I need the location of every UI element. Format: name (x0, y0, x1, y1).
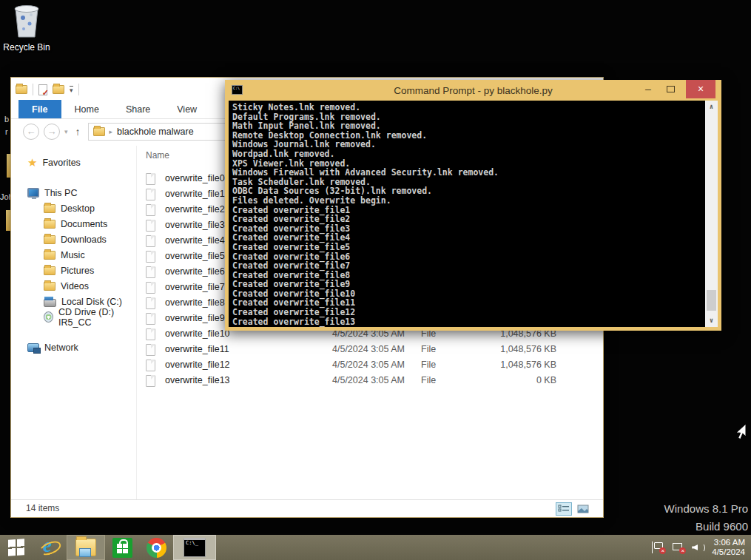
console-line: Wordpad.lnk removed. (232, 149, 701, 159)
file-row[interactable]: overwrite_file134/5/2024 3:05 AMFile0 KB (137, 373, 603, 388)
properties-icon[interactable] (38, 84, 47, 95)
file-icon (146, 328, 155, 340)
sidebar-item-label: CD Drive (D:) IR5_CC (58, 307, 136, 328)
forward-button[interactable]: → (44, 124, 60, 140)
tab-view[interactable]: View (164, 100, 210, 118)
console-line: Created overwrite_file9 (232, 280, 701, 289)
taskbar: C:\_ 3:06 AM 4/5/2024 (0, 535, 751, 560)
back-button[interactable]: ← (23, 124, 39, 140)
console-line: Files deleted. Overwrite begin. (232, 196, 701, 206)
address-folder-icon (93, 127, 105, 136)
sidebar-item-favorites[interactable]: ★Favorites (11, 155, 136, 170)
action-center-flag-icon[interactable] (652, 542, 664, 553)
scroll-up-icon[interactable]: ∧ (705, 101, 718, 113)
recycle-bin-label: Recycle Bin (3, 42, 50, 53)
computer-icon (27, 188, 39, 198)
taskbar-store[interactable] (105, 535, 139, 560)
maximize-icon (667, 86, 675, 92)
folder-icon (44, 282, 55, 291)
file-icon (146, 266, 155, 278)
file-icon (146, 251, 155, 263)
breadcrumb[interactable]: blackhole malware (117, 126, 194, 137)
sidebar-item-label: Downloads (61, 235, 107, 245)
file-row[interactable]: overwrite_file114/5/2024 3:05 AMFile1,04… (137, 342, 603, 357)
sidebar-item-label: Local Disk (C:) (61, 297, 122, 307)
file-name: overwrite_file12 (165, 360, 230, 370)
file-icon (146, 344, 155, 356)
close-button[interactable]: × (686, 80, 715, 98)
sidebar-item-downloads[interactable]: Downloads (11, 232, 136, 247)
new-folder-icon[interactable] (53, 85, 64, 94)
console-line: Created overwrite_file2 (232, 215, 701, 224)
partial-desktop-label: r (5, 127, 8, 136)
drive-icon (44, 299, 56, 307)
clock-date: 4/5/2024 (712, 547, 745, 557)
taskbar-command-prompt[interactable]: C:\_ (173, 535, 216, 560)
console-output: Sticky Notes.lnk removed.Default Program… (229, 101, 718, 327)
sidebar-item-this-pc[interactable]: This PC (11, 185, 136, 200)
command-prompt-titlebar[interactable]: C:\ Command Prompt - py blackhole.py – × (225, 80, 721, 101)
watermark-line2: Build 9600 (664, 518, 748, 536)
sidebar-item-network[interactable]: Network (11, 340, 136, 355)
large-icons-view-button[interactable] (575, 502, 591, 516)
network-status-icon[interactable] (672, 542, 684, 553)
toolbar-separator (78, 84, 79, 95)
file-size: 0 KB (470, 375, 556, 385)
sidebar-item-music[interactable]: Music (11, 247, 136, 263)
scrollbar[interactable]: ∧ ∨ (705, 101, 718, 327)
details-view-button[interactable] (556, 502, 572, 516)
tab-file[interactable]: File (18, 100, 61, 118)
customize-quick-access-icon[interactable]: ▾ (70, 86, 73, 93)
command-prompt-window: C:\ Command Prompt - py blackhole.py – ×… (225, 80, 721, 331)
explorer-window-icon (16, 85, 27, 94)
status-bar: 14 items (11, 499, 603, 517)
partial-desktop-label: b (4, 115, 9, 124)
file-name: overwrite_file8 (165, 297, 225, 308)
folder-icon (44, 204, 55, 213)
thumbnail-view-icon (576, 503, 590, 515)
file-date-modified: 4/5/2024 3:05 AM (332, 375, 405, 385)
recent-locations-chevron-icon[interactable]: ▾ (64, 128, 68, 135)
recycle-bin[interactable]: Recycle Bin (3, 3, 50, 53)
column-header-name[interactable]: Name (146, 150, 169, 161)
file-icon (146, 220, 155, 232)
command-prompt-icon: C:\_ (183, 538, 206, 557)
file-explorer-icon (75, 539, 96, 556)
file-name: overwrite_file4 (165, 235, 225, 246)
sidebar-item-label: Music (61, 250, 85, 260)
taskbar-file-explorer[interactable] (67, 535, 105, 560)
file-date-modified: 4/5/2024 3:05 AM (332, 344, 405, 354)
scrollbar-thumb[interactable] (707, 290, 716, 311)
file-name: overwrite_file1 (165, 189, 225, 199)
sidebar-item-label: This PC (44, 188, 77, 198)
taskbar-clock[interactable]: 3:06 AM 4/5/2024 (712, 538, 745, 557)
sidebar-item-pictures[interactable]: Pictures (11, 263, 136, 278)
sidebar-item-documents[interactable]: Documents (11, 216, 136, 232)
taskbar-chrome[interactable] (139, 535, 173, 560)
maximize-button[interactable] (661, 81, 680, 98)
chrome-icon (147, 538, 166, 558)
sidebar-item-desktop[interactable]: Desktop (11, 200, 136, 216)
taskbar-internet-explorer[interactable] (33, 535, 67, 560)
volume-icon[interactable] (692, 542, 704, 553)
file-row[interactable]: overwrite_file124/5/2024 3:05 AMFile1,04… (137, 357, 603, 373)
folder-icon (44, 251, 55, 260)
command-prompt-system-icon[interactable]: C:\ (232, 85, 243, 95)
file-icon (146, 189, 155, 200)
navigation-pane: ★FavoritesThis PCDesktopDocumentsDownloa… (11, 146, 137, 499)
file-name: overwrite_file6 (165, 266, 225, 277)
start-button[interactable] (0, 535, 33, 560)
up-button[interactable]: ↑ (75, 126, 81, 138)
file-icon (146, 313, 155, 325)
tab-home[interactable]: Home (61, 100, 112, 118)
minimize-button[interactable]: – (639, 81, 658, 98)
scroll-down-icon[interactable]: ∨ (705, 314, 718, 327)
breadcrumb-chevron-icon: ▸ (110, 128, 113, 135)
tab-share[interactable]: Share (112, 100, 164, 118)
sidebar-item-videos[interactable]: Videos (11, 278, 136, 294)
details-view-icon (556, 503, 571, 515)
cd-drive-icon (44, 311, 53, 323)
file-name: overwrite_file13 (165, 375, 230, 385)
file-icon (146, 375, 155, 387)
sidebar-item-cd-drive-d-ir5-cc[interactable]: CD Drive (D:) IR5_CC (11, 309, 136, 325)
